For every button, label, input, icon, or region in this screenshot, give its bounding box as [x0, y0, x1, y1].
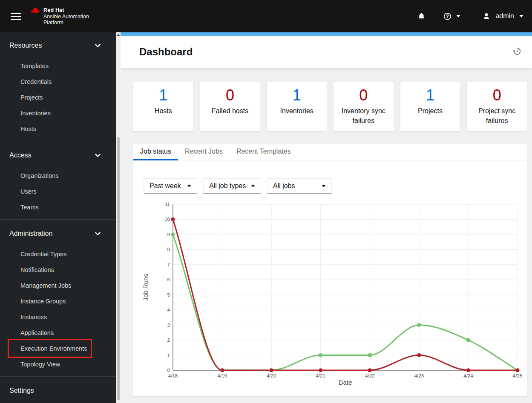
svg-text:4/25: 4/25	[513, 373, 522, 378]
svg-text:6: 6	[167, 277, 170, 282]
sidebar-item-teams[interactable]: Teams	[0, 199, 116, 215]
sidebar-item-instances[interactable]: Instances	[0, 309, 116, 325]
sidebar-item-templates[interactable]: Templates	[0, 58, 116, 74]
svg-text:2: 2	[167, 337, 170, 343]
history-icon	[513, 47, 521, 56]
hamburger-icon	[11, 13, 21, 14]
tab-recent-templates[interactable]: Recent Templates	[230, 144, 298, 160]
sidebar-item-label: Applications	[20, 329, 54, 336]
data-point	[466, 338, 470, 342]
card-label: Failed hosts	[200, 106, 260, 116]
question-circle-icon: ?	[443, 12, 451, 20]
sidebar-item-label: Organizations	[20, 172, 58, 179]
sidebar-item-hosts[interactable]: Hosts	[0, 121, 116, 137]
svg-text:?: ?	[446, 14, 449, 19]
nav-group-label: Settings	[9, 387, 34, 394]
card-label: Inventories	[267, 106, 327, 116]
summary-card-inventories[interactable]: 1Inventories	[267, 82, 327, 131]
nav-group-label: Access	[9, 151, 32, 159]
svg-text:4: 4	[167, 307, 170, 312]
nav-group-label: Administration	[9, 230, 52, 237]
sidebar-item-management-jobs[interactable]: Management Jobs	[0, 277, 116, 293]
summary-card-hosts[interactable]: 1Hosts	[133, 82, 193, 131]
nav-group-access: AccessOrganizationsUsersTeams	[0, 141, 116, 219]
svg-text:11: 11	[165, 202, 170, 207]
top-progress-bar	[121, 32, 532, 36]
chevron-down-icon	[95, 232, 101, 236]
sidebar-nav: ResourcesTemplatesCredentialsProjectsInv…	[0, 32, 121, 403]
sidebar-item-instance-groups[interactable]: Instance Groups	[0, 293, 116, 309]
svg-text:4/24: 4/24	[463, 373, 473, 378]
sidebar-scrollbar[interactable]	[116, 32, 121, 403]
data-point	[368, 369, 372, 372]
scrollbar-thumb[interactable]	[117, 137, 120, 400]
sidebar-item-topology-view[interactable]: Topology View	[0, 356, 116, 372]
nav-items: OrganizationsUsersTeams	[0, 165, 116, 219]
summary-card-project-sync-failures[interactable]: 0Project sync failures	[467, 82, 527, 131]
sidebar-groups: ResourcesTemplatesCredentialsProjectsInv…	[0, 32, 116, 403]
app-window: Red Hat Ansible Automation Platform ?	[0, 0, 532, 403]
nav-items: TemplatesCredentialsProjectsInventoriesH…	[0, 55, 116, 141]
tab-job-status[interactable]: Job status	[133, 144, 178, 160]
svg-text:9: 9	[167, 232, 170, 237]
summary-card-projects[interactable]: 1Projects	[400, 82, 460, 131]
summary-card-inventory-sync-failures[interactable]: 0Inventory sync failures	[334, 82, 394, 131]
sidebar-item-label: Execution Environments	[20, 345, 87, 352]
sidebar-item-label: Hosts	[20, 126, 36, 132]
svg-text:8: 8	[167, 247, 170, 252]
card-label: Project sync failures	[467, 106, 527, 126]
caret-down-icon	[322, 185, 326, 187]
username-label: admin	[495, 12, 514, 20]
chevron-down-icon	[95, 43, 101, 48]
nav-group-resources: ResourcesTemplatesCredentialsProjectsInv…	[0, 36, 116, 141]
svg-text:10: 10	[164, 217, 170, 222]
tab-recent-jobs[interactable]: Recent Jobs	[178, 144, 230, 160]
notifications-button[interactable]	[417, 12, 426, 20]
product-name-line2: Platform	[43, 20, 89, 26]
summary-card-failed-hosts[interactable]: 0Failed hosts	[200, 82, 260, 131]
sidebar-item-notifications[interactable]: Notifications	[0, 262, 116, 277]
brand-logo[interactable]: Red Hat Ansible Automation Platform	[30, 6, 89, 26]
sidebar-item-organizations[interactable]: Organizations	[0, 168, 116, 183]
nav-toggle-button[interactable]	[7, 7, 25, 25]
sidebar-item-projects[interactable]: Projects	[0, 89, 116, 105]
series-line-successful-jobs	[173, 234, 518, 370]
chevron-down-icon	[456, 15, 460, 17]
brand-name: Red Hat	[43, 7, 89, 14]
sidebar-item-inventories[interactable]: Inventories	[0, 105, 116, 121]
job-select[interactable]: All jobs	[267, 178, 332, 194]
period-select[interactable]: Past week	[144, 178, 197, 194]
user-menu-button[interactable]: admin	[483, 12, 523, 20]
sidebar-item-execution-environments[interactable]: Execution Environments	[0, 340, 116, 356]
nav-group-header-administration[interactable]: Administration	[0, 224, 116, 243]
sidebar-item-label: Instance Groups	[20, 298, 66, 305]
job-type-select[interactable]: All job types	[203, 178, 261, 194]
svg-text:4/21: 4/21	[316, 373, 325, 378]
product-name-line1: Ansible Automation	[43, 14, 89, 20]
redhat-fedora-icon	[30, 6, 40, 14]
card-label: Inventory sync failures	[334, 106, 394, 126]
data-point	[270, 369, 273, 372]
help-menu-button[interactable]: ?	[443, 12, 460, 20]
sidebar-item-applications[interactable]: Applications	[0, 325, 116, 340]
refresh-history-button[interactable]	[513, 47, 521, 57]
sidebar-item-users[interactable]: Users	[0, 183, 116, 199]
masthead: Red Hat Ansible Automation Platform ?	[0, 0, 532, 32]
sidebar-item-label: Templates	[20, 63, 49, 69]
page-header: Dashboard	[121, 36, 532, 68]
nav-group-header-access[interactable]: Access	[0, 146, 116, 165]
sidebar-item-credential-types[interactable]: Credential Types	[0, 246, 116, 262]
summary-cards: 1Hosts0Failed hosts1Inventories0Inventor…	[133, 82, 527, 131]
nav-group-header-settings[interactable]: Settings	[0, 381, 116, 400]
dashboard-content: 1Hosts0Failed hosts1Inventories0Inventor…	[121, 68, 532, 396]
chart-filters: Past weekAll job typesAll jobs	[144, 178, 332, 194]
sidebar-item-credentials[interactable]: Credentials	[0, 74, 116, 89]
chevron-down-icon	[519, 15, 523, 17]
svg-text:4/18: 4/18	[168, 373, 178, 378]
data-point	[319, 353, 322, 357]
data-point	[417, 323, 421, 327]
select-value: All job types	[209, 182, 246, 190]
scrollbar-up-arrow[interactable]	[117, 34, 120, 36]
nav-group-header-resources[interactable]: Resources	[0, 36, 116, 55]
svg-text:4/22: 4/22	[365, 373, 374, 378]
